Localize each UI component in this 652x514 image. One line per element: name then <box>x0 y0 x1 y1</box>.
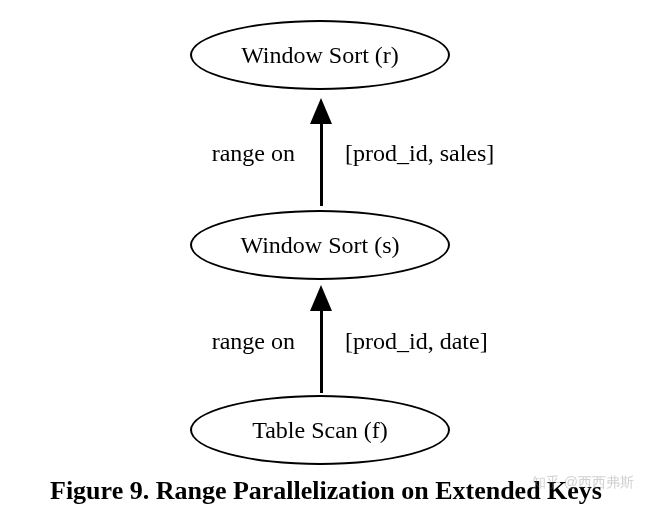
node-window-sort-r: Window Sort (r) <box>190 20 450 90</box>
arrow-head-icon <box>310 285 332 311</box>
plan-diagram: Window Sort (r) range on [prod_id, sales… <box>0 0 652 514</box>
arrow-head-icon <box>310 98 332 124</box>
edge-bottom-left-label: range on <box>135 328 295 355</box>
edge-bottom-right-label: [prod_id, date] <box>345 328 565 355</box>
node-label: Window Sort (r) <box>241 42 399 69</box>
arrow-to-top <box>310 98 332 206</box>
node-table-scan-f: Table Scan (f) <box>190 395 450 465</box>
node-label: Window Sort (s) <box>240 232 399 259</box>
node-window-sort-s: Window Sort (s) <box>190 210 450 280</box>
edge-top-left-label: range on <box>135 140 295 167</box>
edge-top-right-label: [prod_id, sales] <box>345 140 565 167</box>
arrow-shaft <box>320 124 323 206</box>
node-label: Table Scan (f) <box>252 417 388 444</box>
arrow-shaft <box>320 311 323 393</box>
watermark: 知乎 @西西弗斯 <box>532 474 634 492</box>
arrow-to-middle <box>310 285 332 393</box>
